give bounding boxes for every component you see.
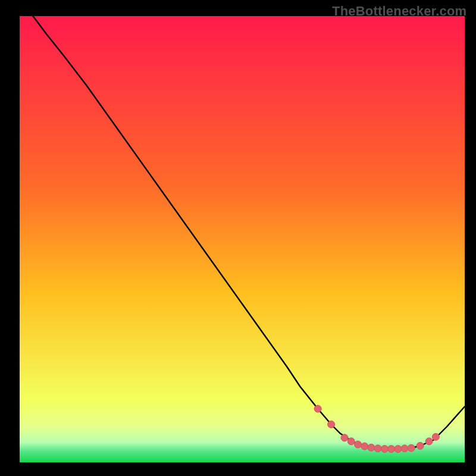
curve-marker bbox=[425, 438, 433, 445]
app-frame: TheBottlenecker.com bbox=[0, 0, 476, 476]
bottleneck-chart bbox=[20, 16, 465, 462]
curve-marker bbox=[408, 444, 415, 452]
plot-body bbox=[20, 16, 465, 462]
curve-marker bbox=[432, 433, 439, 440]
curve-marker bbox=[361, 443, 368, 450]
curve-marker bbox=[341, 434, 348, 441]
curve-marker bbox=[374, 445, 381, 452]
curve-marker bbox=[354, 441, 361, 448]
chart-gradient-bg bbox=[20, 16, 465, 462]
curve-marker bbox=[314, 405, 321, 412]
curve-marker bbox=[388, 446, 395, 453]
curve-marker bbox=[394, 446, 402, 453]
curve-marker bbox=[368, 444, 375, 451]
curve-marker bbox=[328, 421, 335, 428]
curve-marker bbox=[381, 446, 388, 453]
plot-outer bbox=[20, 16, 465, 462]
curve-marker bbox=[401, 445, 408, 452]
curve-marker bbox=[416, 442, 424, 449]
curve-marker bbox=[347, 438, 355, 445]
